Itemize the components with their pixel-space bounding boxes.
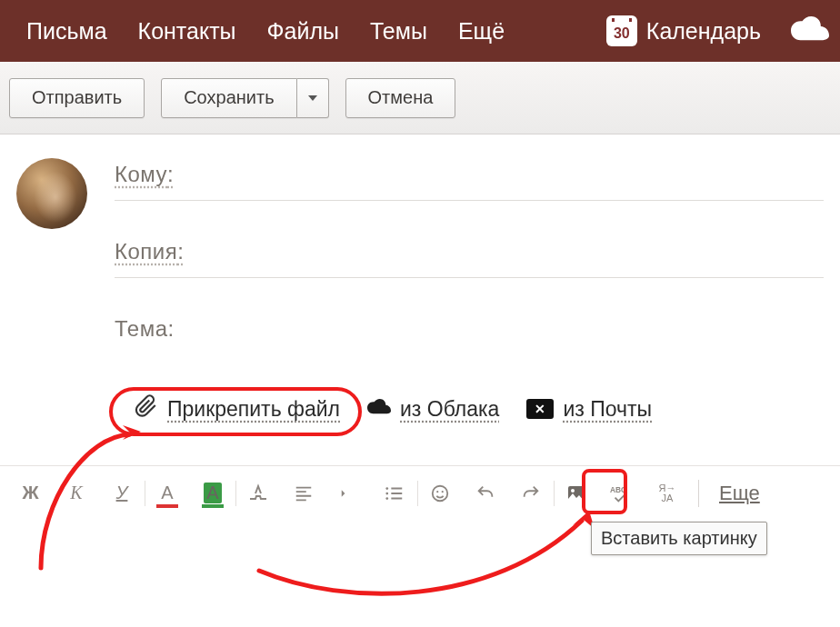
insert-image-tooltip: Вставить картинку [591,522,767,555]
format-toolbar: Ж К У A A ABC Я→JA Еще [0,465,840,520]
toolbar-more-link[interactable]: Еще [719,482,760,505]
save-dropdown-button[interactable] [297,78,329,118]
cc-field[interactable]: Копия: [115,239,824,278]
insert-image-button[interactable] [556,473,596,513]
subject-field[interactable]: Тема: [115,316,824,342]
redo-button[interactable] [511,473,551,513]
attach-cloud-label: из Облака [400,397,499,422]
cloud-small-icon [367,394,391,423]
compose-area: Кому: Копия: Тема: Прикрепить файл из Об… [0,134,840,423]
envelope-x-icon: ✕ [526,399,554,419]
attach-cloud-button[interactable]: из Облака [367,394,499,423]
nav-mail[interactable]: Письма [11,18,123,45]
text-color-button[interactable]: A [147,473,187,513]
nav-themes[interactable]: Темы [355,18,443,45]
svg-text:ABC: ABC [610,485,626,494]
nav-more[interactable]: Ещё [443,18,520,45]
svg-point-0 [385,487,388,490]
font-size-button[interactable] [238,473,278,513]
svg-point-5 [442,491,444,493]
nav-contacts[interactable]: Контакты [123,18,252,45]
caret-down-icon [308,95,317,101]
subject-label: Тема: [115,316,175,341]
to-label[interactable]: Кому: [115,162,174,186]
avatar [16,158,87,229]
attach-mail-label: из Почты [563,397,652,422]
cloud-icon[interactable] [791,15,829,46]
bold-button[interactable]: Ж [11,473,51,513]
spellcheck-button[interactable]: ABC [602,473,642,513]
action-bar: Отправить Сохранить Отмена [0,62,840,134]
align-button[interactable] [284,473,324,513]
save-button-group: Сохранить [161,78,328,118]
attach-mail-button[interactable]: ✕ из Почты [526,397,652,422]
indent-button[interactable] [329,473,369,513]
translit-button[interactable]: Я→JA [647,473,687,513]
svg-point-1 [385,492,388,494]
emoji-button[interactable] [420,473,460,513]
svg-marker-9 [123,425,141,440]
svg-point-2 [385,497,388,500]
calendar-day-number: 30 [614,25,630,42]
undo-button[interactable] [465,473,505,513]
attach-file-label: Прикрепить файл [167,397,340,422]
attach-row: Прикрепить файл из Облака ✕ из Почты [135,394,824,423]
to-field[interactable]: Кому: [115,162,824,201]
svg-point-3 [433,485,448,501]
highlight-button[interactable]: A [193,473,233,513]
nav-files[interactable]: Файлы [252,18,355,45]
italic-button[interactable]: К [56,473,96,513]
calendar-icon[interactable]: 30 [606,15,637,46]
save-button[interactable]: Сохранить [161,78,296,118]
underline-button[interactable]: У [102,473,142,513]
paperclip-icon [135,394,158,423]
list-button[interactable] [375,473,415,513]
top-nav: Письма Контакты Файлы Темы Ещё 30 Календ… [0,0,840,62]
nav-calendar[interactable]: Календарь [645,18,776,45]
attach-file-button[interactable]: Прикрепить файл [135,394,340,423]
cancel-button[interactable]: Отмена [345,78,456,118]
svg-point-7 [571,489,575,493]
svg-point-4 [436,491,438,493]
cc-label[interactable]: Копия: [115,239,184,264]
send-button[interactable]: Отправить [9,78,145,118]
annotation-arrow-2 [255,516,618,627]
